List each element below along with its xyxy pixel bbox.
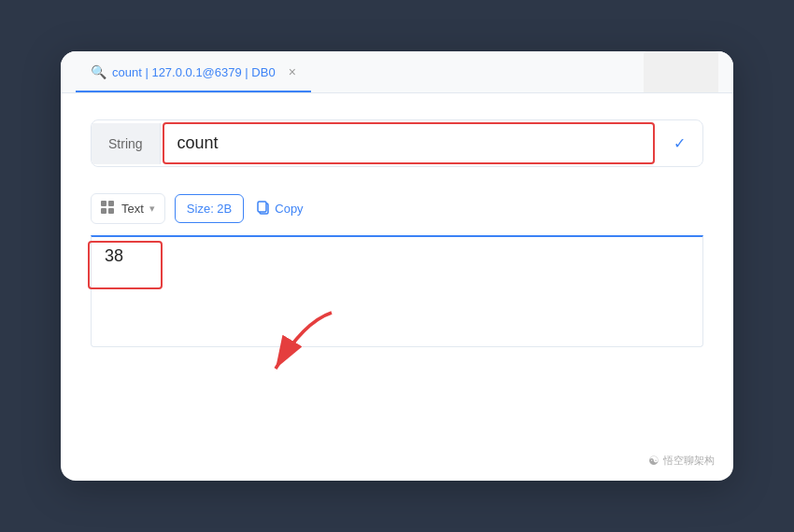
value-display: 38 bbox=[105, 246, 123, 266]
size-badge[interactable]: Size: 2B bbox=[175, 194, 244, 223]
watermark-icon: ☯ bbox=[648, 454, 659, 468]
svg-rect-3 bbox=[108, 208, 114, 214]
watermark-text: 悟空聊架构 bbox=[663, 454, 715, 468]
key-row: String count ✓ bbox=[91, 119, 703, 167]
key-value-box[interactable]: count bbox=[161, 120, 657, 166]
tab-bar: 🔍 count | 127.0.0.1@6379 | DB0 × bbox=[61, 51, 733, 93]
key-check-icon: ✓ bbox=[657, 121, 702, 165]
key-value-text: count bbox=[177, 133, 219, 152]
value-area: 38 bbox=[91, 235, 703, 347]
type-select[interactable]: Text ▾ bbox=[91, 193, 165, 224]
main-card: 🔍 count | 127.0.0.1@6379 | DB0 × String … bbox=[61, 51, 733, 481]
svg-rect-1 bbox=[108, 201, 114, 206]
type-select-icon bbox=[101, 201, 116, 217]
svg-rect-2 bbox=[101, 208, 106, 214]
svg-rect-0 bbox=[101, 201, 106, 206]
value-highlight-box bbox=[88, 241, 163, 289]
search-icon: 🔍 bbox=[91, 64, 106, 79]
tab-close-button[interactable]: × bbox=[289, 64, 296, 79]
copy-label: Copy bbox=[275, 202, 303, 216]
size-label: Size: 2B bbox=[187, 202, 232, 216]
copy-icon bbox=[257, 201, 270, 217]
key-type-label: String bbox=[92, 123, 161, 164]
chevron-down-icon: ▾ bbox=[149, 203, 155, 215]
key-value-highlight bbox=[163, 122, 655, 164]
toolbar-row: Text ▾ Size: 2B Copy bbox=[91, 193, 703, 224]
type-select-label: Text bbox=[121, 202, 144, 216]
copy-button[interactable]: Copy bbox=[253, 194, 306, 224]
content-area: String count ✓ Text ▾ bbox=[61, 93, 733, 366]
tab-label: count | 127.0.0.1@6379 | DB0 bbox=[112, 65, 276, 79]
svg-rect-5 bbox=[258, 202, 266, 212]
watermark: ☯ 悟空聊架构 bbox=[648, 454, 715, 468]
active-tab[interactable]: 🔍 count | 127.0.0.1@6379 | DB0 × bbox=[76, 51, 311, 92]
